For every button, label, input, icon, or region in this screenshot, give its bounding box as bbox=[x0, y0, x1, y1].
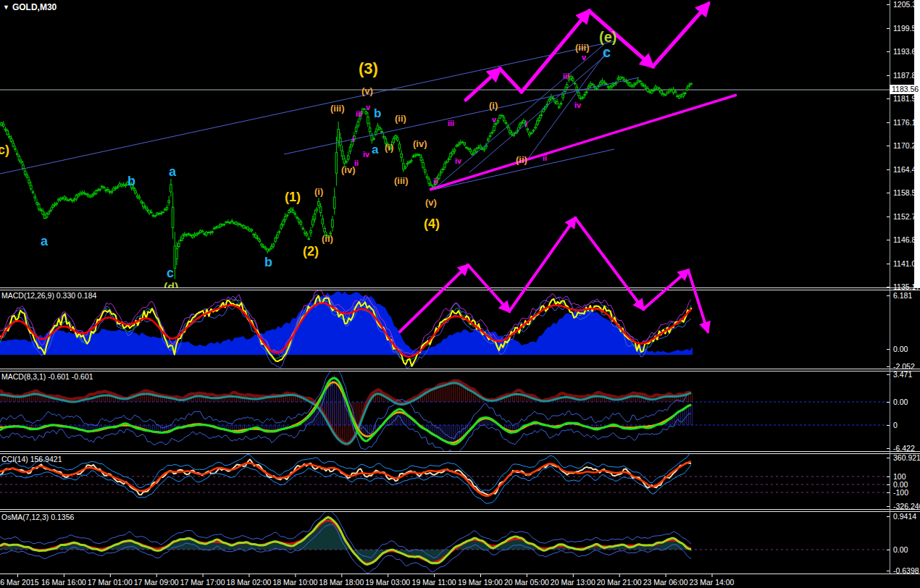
time-axis: 16 Mar 201516 Mar 16:0017 Mar 01:0017 Ma… bbox=[0, 576, 890, 588]
osma-panel[interactable] bbox=[0, 512, 890, 574]
time-axis-label: 20 Mar 13:00 bbox=[551, 578, 595, 587]
time-axis-label: 18 Mar 10:00 bbox=[272, 578, 317, 587]
time-axis-label: 19 Mar 03:00 bbox=[365, 578, 410, 587]
cci-panel[interactable] bbox=[0, 454, 890, 509]
cci-axis-label: -100 bbox=[893, 488, 908, 497]
time-axis-label: 18 Mar 02:00 bbox=[227, 578, 272, 587]
macd2-axis-label: 0.00 bbox=[893, 398, 908, 406]
macd1-axis-label: 6.181 bbox=[893, 291, 912, 300]
macd1-axis-label: 0.00 bbox=[893, 345, 908, 353]
macd2-panel[interactable] bbox=[0, 371, 890, 451]
time-axis-label: 20 Mar 05:00 bbox=[504, 578, 549, 587]
time-axis-label: 23 Mar 06:00 bbox=[643, 578, 688, 587]
time-axis-label: 19 Mar 11:00 bbox=[412, 578, 456, 587]
time-axis-label: 19 Mar 19:00 bbox=[458, 578, 503, 587]
time-axis-label: 17 Mar 01:00 bbox=[88, 578, 133, 587]
macd2-axis-label: -6.422 bbox=[893, 444, 915, 453]
osma-axis-label: 0.9414 bbox=[893, 512, 916, 521]
time-axis-label: 20 Mar 21:00 bbox=[597, 578, 642, 587]
time-axis-label: 16 Mar 2015 bbox=[0, 578, 38, 587]
time-axis-label: 23 Mar 14:00 bbox=[690, 578, 735, 587]
osma-axis-label: -0.6398 bbox=[893, 566, 919, 575]
cci-axis-label: -326.2469 bbox=[893, 502, 920, 511]
mt4-chart-window: ▼GOLD,M30 1183.56 1205.371199.521193.671… bbox=[0, 0, 920, 588]
cci-axis-label: 360.9211 bbox=[893, 453, 920, 462]
macd1-panel[interactable] bbox=[0, 290, 890, 369]
main-chart-panel[interactable] bbox=[0, 0, 890, 287]
macd2-axis-label: 0 bbox=[893, 421, 898, 429]
current-price-tag: 1183.56 bbox=[890, 85, 920, 94]
time-axis-label: 16 Mar 16:00 bbox=[41, 578, 86, 587]
time-axis-label: 17 Mar 17:00 bbox=[180, 578, 225, 587]
macd2-axis-label: 3.471 bbox=[893, 370, 912, 379]
time-axis-label: 18 Mar 18:00 bbox=[319, 578, 364, 587]
time-axis-label: 17 Mar 09:00 bbox=[134, 578, 179, 587]
osma-axis-label: 0.00 bbox=[893, 545, 908, 554]
